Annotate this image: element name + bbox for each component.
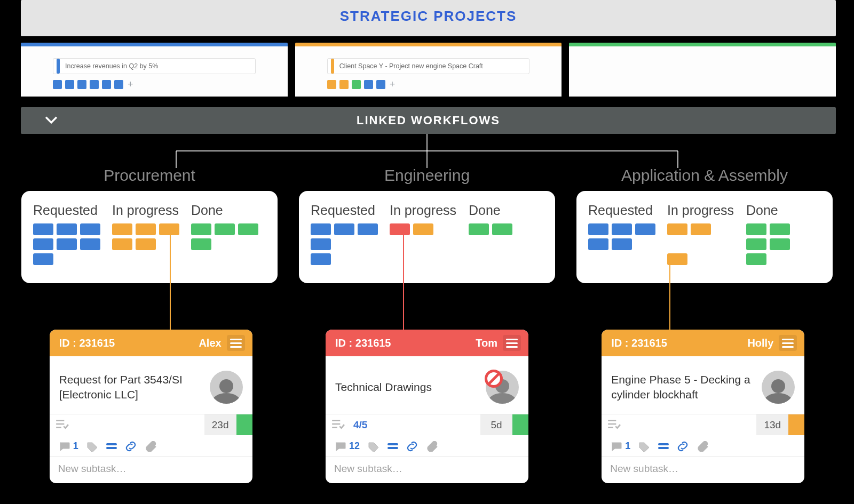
task-card[interactable]: ID : 231615TomTechnical Drawings4/55d12N… [326, 330, 528, 483]
link-icon[interactable] [676, 441, 689, 452]
task-tile[interactable] [136, 238, 156, 250]
comments-icon[interactable]: 1 [610, 441, 630, 452]
task-tile[interactable] [492, 223, 512, 235]
tag-icon[interactable] [367, 441, 380, 452]
checklist-icon[interactable] [50, 414, 74, 435]
task-tile[interactable] [635, 223, 655, 235]
lane-blue[interactable]: Increase revenues in Q2 by 5% + [21, 43, 288, 107]
task-tile[interactable] [33, 253, 53, 265]
menu-icon[interactable] [227, 335, 245, 351]
task-card[interactable]: ID : 231615HollyEngine Phase 5 - Decking… [602, 330, 804, 483]
board-procurement: ProcurementRequestedIn progressDone [21, 166, 278, 283]
column-in-progress: In progress [390, 203, 464, 265]
task-tile[interactable] [136, 223, 156, 235]
task-tile[interactable] [191, 238, 211, 250]
column-title: Done [746, 203, 821, 218]
task-tile[interactable] [191, 223, 211, 235]
task-tile[interactable] [667, 223, 687, 235]
task-card[interactable]: ID : 231615AlexRequest for Part 3543/SI … [50, 330, 252, 483]
task-tile[interactable] [469, 223, 489, 235]
linked-workflows-bar[interactable]: LINKED WORKFLOWS [21, 107, 836, 134]
task-progress [626, 414, 756, 435]
lane-orange[interactable]: Client Space Y - Project new engine Spac… [295, 43, 562, 107]
lane-green[interactable] [569, 43, 836, 107]
project-label: Increase revenues in Q2 by 5% [65, 62, 158, 70]
task-tile[interactable] [311, 253, 331, 265]
task-tile[interactable] [746, 223, 766, 235]
add-chip-button[interactable]: + [128, 79, 133, 89]
new-subtask-input[interactable]: New subtask… [602, 456, 804, 483]
menu-icon[interactable] [779, 335, 797, 351]
board-card[interactable]: RequestedIn progressDone [299, 191, 555, 283]
task-tile[interactable] [80, 238, 100, 250]
new-subtask-input[interactable]: New subtask… [326, 456, 528, 483]
task-tile[interactable] [33, 223, 53, 235]
project-card-blue[interactable]: Increase revenues in Q2 by 5% [53, 58, 256, 74]
chevron-down-icon[interactable] [42, 110, 60, 131]
new-subtask-input[interactable]: New subtask… [50, 456, 252, 483]
chip[interactable] [102, 80, 111, 89]
task-tile[interactable] [588, 238, 608, 250]
chip[interactable] [53, 80, 62, 89]
link-icon[interactable] [406, 441, 418, 452]
menu-icon[interactable] [503, 335, 521, 351]
task-tile[interactable] [57, 238, 77, 250]
task-tile[interactable] [311, 223, 331, 235]
task-id: ID : 231615 [335, 337, 476, 349]
comments-icon[interactable]: 1 [58, 441, 78, 452]
task-tile[interactable] [159, 223, 179, 235]
attachment-icon[interactable] [697, 441, 709, 452]
comments-icon[interactable]: 12 [334, 441, 360, 452]
list-icon[interactable] [106, 443, 117, 449]
list-icon[interactable] [388, 443, 398, 449]
tag-icon[interactable] [638, 441, 651, 452]
task-tile[interactable] [80, 223, 100, 235]
chip[interactable] [364, 80, 373, 89]
chip[interactable] [352, 80, 361, 89]
add-chip-button[interactable]: + [390, 79, 396, 89]
checklist-icon[interactable] [326, 414, 350, 435]
board-card[interactable]: RequestedIn progressDone [21, 191, 278, 283]
task-tile[interactable] [691, 223, 711, 235]
task-tile[interactable] [311, 238, 331, 250]
checklist-icon[interactable] [602, 414, 626, 435]
board-card[interactable]: RequestedIn progressDone [576, 191, 833, 283]
attachment-icon[interactable] [145, 441, 157, 452]
task-tile[interactable] [33, 238, 53, 250]
attachment-icon[interactable] [426, 441, 439, 452]
chip[interactable] [339, 80, 349, 89]
task-tile[interactable] [612, 238, 632, 250]
task-tile[interactable] [746, 253, 766, 265]
column-done: Done [469, 203, 543, 265]
task-id: ID : 231615 [59, 337, 199, 349]
chip[interactable] [327, 80, 336, 89]
task-tile[interactable] [413, 223, 433, 235]
task-tile[interactable] [588, 223, 608, 235]
chip[interactable] [65, 80, 74, 89]
task-header: ID : 231615Alex [50, 330, 252, 356]
avatar[interactable] [762, 371, 795, 404]
task-tile[interactable] [770, 223, 790, 235]
task-tile[interactable] [112, 223, 132, 235]
chip[interactable] [77, 80, 86, 89]
task-tile[interactable] [215, 223, 235, 235]
task-tile[interactable] [238, 223, 258, 235]
task-tile[interactable] [358, 223, 378, 235]
task-tile[interactable] [112, 238, 132, 250]
task-tile[interactable] [746, 238, 766, 250]
link-icon[interactable] [124, 441, 137, 452]
connector-line [403, 233, 404, 331]
chip[interactable] [90, 80, 99, 89]
tag-icon[interactable] [86, 441, 99, 452]
chip[interactable] [114, 80, 123, 89]
task-tile[interactable] [612, 223, 632, 235]
avatar[interactable] [210, 371, 243, 404]
task-tile[interactable] [770, 238, 790, 250]
chip[interactable] [376, 80, 385, 89]
project-card-orange[interactable]: Client Space Y - Project new engine Spac… [327, 58, 530, 74]
task-tile[interactable] [334, 223, 354, 235]
column-requested: Requested [33, 203, 108, 265]
task-tile[interactable] [57, 223, 77, 235]
task-tile[interactable] [390, 223, 410, 235]
list-icon[interactable] [658, 443, 669, 449]
